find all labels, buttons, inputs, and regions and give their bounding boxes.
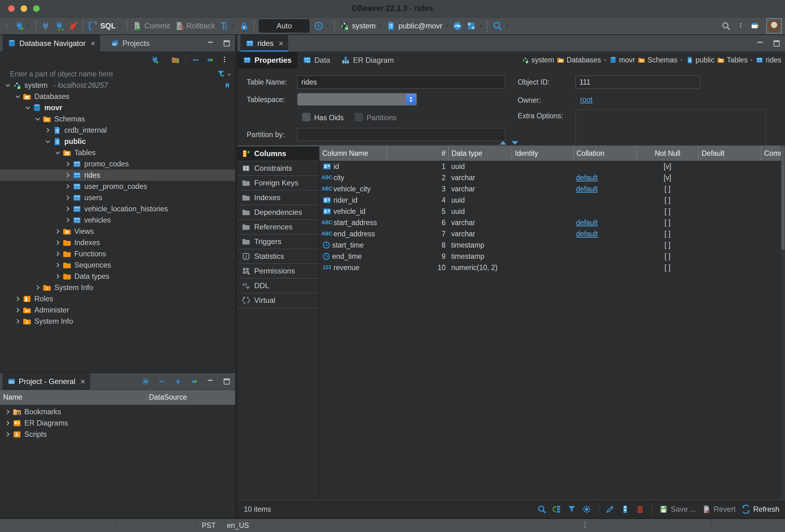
breadcrumb-schemas[interactable]: Schemas	[638, 56, 683, 64]
object-tab-columns[interactable]: Columns	[237, 146, 319, 161]
breadcrumb-system[interactable]: system	[522, 56, 554, 64]
table-name-input[interactable]	[297, 76, 505, 88]
collation-link[interactable]: default	[576, 185, 598, 193]
dropdown-icon[interactable]	[326, 24, 330, 28]
object-tab-constraints[interactable]: Constraints	[237, 161, 319, 175]
folder-new-button[interactable]	[171, 56, 180, 64]
chevron-down-icon[interactable]	[54, 149, 61, 156]
auto-commit-value[interactable]: Auto	[259, 19, 309, 32]
chevron-right-icon[interactable]	[64, 183, 71, 190]
menu-dots-button[interactable]	[220, 56, 229, 64]
chevron-right-icon[interactable]	[54, 273, 61, 280]
save-button[interactable]: Save ...	[659, 505, 696, 514]
minimize-view-icon[interactable]	[756, 39, 764, 47]
link-editor-button[interactable]	[206, 56, 214, 64]
form-grid-sash[interactable]	[237, 142, 785, 146]
filter-funnel-icon[interactable]	[217, 69, 225, 78]
tab-rides-editor[interactable]: rides ×	[240, 35, 288, 52]
win-min-icon[interactable]	[206, 377, 214, 386]
chevron-right-icon[interactable]	[4, 431, 11, 438]
tree-item-vehicles[interactable]: vehicles	[0, 214, 235, 226]
filter-funnel-button[interactable]	[567, 505, 576, 514]
dropdown-icon[interactable]	[603, 58, 607, 62]
column-header-datasource[interactable]: DataSource	[146, 393, 235, 402]
tree-item-sequences[interactable]: Sequences	[0, 259, 235, 271]
grid-scrollbar[interactable]	[781, 146, 785, 500]
object-filter-input[interactable]	[0, 70, 204, 79]
chevron-down-icon[interactable]	[44, 138, 51, 145]
delete-trash-button[interactable]	[635, 505, 645, 514]
column-view-button[interactable]	[621, 505, 630, 514]
chevron-down-icon[interactable]	[4, 82, 11, 88]
grid-row-rider-id[interactable]: rider_id4uuid[ ]	[320, 195, 785, 206]
settings-icon[interactable]	[142, 377, 150, 386]
settings-button[interactable]	[582, 505, 591, 514]
chevron-right-icon[interactable]	[64, 205, 71, 212]
collation-link[interactable]: default	[576, 174, 598, 182]
rollback-button[interactable]: Rollback	[174, 21, 215, 31]
dropdown-icon[interactable]	[378, 24, 382, 28]
grid-row-vehicle-city[interactable]: ABCvehicle_city3varchardefault[ ]	[320, 183, 785, 195]
plug-disconnect-button[interactable]	[68, 21, 78, 31]
plug-reconnect-button[interactable]	[54, 21, 64, 31]
tree-item-system-info[interactable]: System Info	[0, 315, 235, 327]
link-editor-icon[interactable]	[190, 377, 198, 386]
grid-column-header-[interactable]: #	[386, 146, 448, 161]
user-avatar[interactable]	[766, 18, 782, 34]
grid-row-vehicle-id[interactable]: vehicle_id5uuid[ ]	[320, 206, 785, 217]
tree-item-system-info[interactable]: System Info	[0, 282, 235, 293]
tree-item-schemas[interactable]: Schemas	[0, 113, 235, 125]
history-button[interactable]	[313, 21, 330, 31]
new-window-icon[interactable]	[751, 21, 760, 31]
chevron-right-icon[interactable]	[64, 172, 71, 179]
grid-row-city[interactable]: ABCcity2varchardefault[v]	[320, 172, 785, 183]
grid-row-start-time[interactable]: start_time8timestamp[ ]	[320, 239, 785, 251]
object-tab-references[interactable]: References	[237, 220, 319, 234]
grid-row-end-address[interactable]: ABCend_address7varchardefault[ ]	[320, 228, 785, 239]
chevron-right-icon[interactable]	[54, 262, 61, 269]
object-tab-indexes[interactable]: Indexes	[237, 190, 319, 205]
subtab-data[interactable]: Data	[297, 52, 336, 68]
refresh-button[interactable]: Refresh	[741, 505, 779, 514]
dropdown-icon[interactable]	[505, 24, 509, 28]
collation-link[interactable]: default	[576, 230, 598, 238]
tree-item-vehicle-location-histories[interactable]: vehicle_location_histories	[0, 203, 235, 214]
dropdown-icon[interactable]	[750, 58, 753, 62]
tree-item-rides[interactable]: rides	[0, 170, 235, 181]
dropdown-icon[interactable]	[445, 24, 449, 28]
collapse-all-button[interactable]	[192, 56, 200, 64]
chevron-right-icon[interactable]	[54, 250, 61, 257]
grid-row-id[interactable]: id1uuid[v]	[320, 161, 785, 172]
chevron-right-icon[interactable]	[4, 408, 11, 415]
expand-all-icon[interactable]	[174, 377, 182, 386]
search-blue-button[interactable]	[492, 21, 509, 31]
close-icon[interactable]: ×	[80, 377, 85, 386]
object-tab-permissions[interactable]: Permissions	[237, 263, 319, 278]
revert-button[interactable]: Revert	[702, 505, 736, 514]
chevron-down-icon[interactable]	[24, 104, 31, 111]
tree-item-tables[interactable]: Tables	[0, 147, 235, 158]
grid-column-header-default[interactable]: Default	[699, 146, 761, 161]
object-tab-ddl[interactable]: DDL	[237, 278, 319, 293]
minimize-view-icon[interactable]	[206, 39, 214, 47]
tree-item-promo-codes[interactable]: promo_codes	[0, 158, 235, 170]
tree-item-user-promo-codes[interactable]: user_promo_codes	[0, 181, 235, 192]
collapse-up-icon[interactable]	[500, 141, 506, 145]
dropdown-icon[interactable]	[231, 24, 235, 28]
package-button[interactable]	[466, 21, 483, 31]
plug-new-button[interactable]	[15, 21, 31, 31]
collation-link[interactable]: default	[576, 219, 598, 227]
database-doc-button[interactable]: public@movr	[386, 21, 449, 31]
edit-pencil-button[interactable]	[605, 505, 615, 514]
collapse-down-icon[interactable]	[511, 141, 518, 145]
subtab-er-diagram[interactable]: ER Diagram	[336, 52, 399, 68]
chevron-down-icon[interactable]	[34, 116, 41, 122]
chevron-right-icon[interactable]	[15, 295, 21, 302]
dropdown-icon[interactable]	[162, 58, 166, 62]
collapse-all-icon[interactable]	[158, 377, 166, 386]
lock-button[interactable]	[239, 21, 249, 31]
tree-item-public[interactable]: public	[0, 136, 235, 147]
chevron-down-icon[interactable]	[227, 72, 231, 77]
gauge-button[interactable]	[452, 21, 462, 31]
tree-item-views[interactable]: Views	[0, 226, 235, 237]
